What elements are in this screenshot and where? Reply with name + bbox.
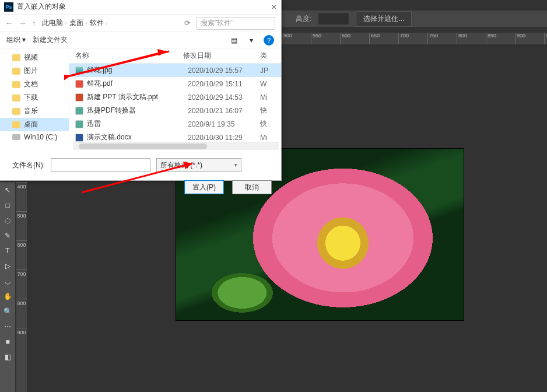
filename-label: 文件名(N): xyxy=(6,160,45,170)
back-button[interactable]: ← xyxy=(5,19,13,27)
header-type[interactable]: 类 xyxy=(260,51,275,61)
file-name: 迅雷 xyxy=(87,119,188,129)
tree-item-label: 视频 xyxy=(24,52,38,62)
drive-icon xyxy=(12,134,20,140)
file-row[interactable]: 演示文稿.docx2020/10/30 11:29Mi xyxy=(69,131,281,142)
file-name: 鲜花.jpg xyxy=(87,65,188,75)
view-mode-icon[interactable]: ▤ xyxy=(229,35,239,46)
file-row[interactable]: 迅捷PDF转换器2020/10/21 16:07快 xyxy=(69,104,281,117)
close-icon[interactable]: × xyxy=(272,2,276,12)
tree-item[interactable]: 视频 xyxy=(0,51,69,64)
search-placeholder: 搜索"软件" xyxy=(201,18,234,28)
ruler-tick: 600 xyxy=(340,33,369,44)
folder-tree[interactable]: 视频图片文档下载音乐桌面Win10 (C:)软件 (D:)Win7 (E:) xyxy=(0,48,69,142)
file-list-area: 名称 修改日期 类 鲜花.jpg2020/10/29 15:57JP鲜花.pdf… xyxy=(69,48,281,142)
file-list-header[interactable]: 名称 修改日期 类 xyxy=(69,48,281,64)
vruler-tick: 600 xyxy=(16,240,27,270)
file-name: 迅捷PDF转换器 xyxy=(87,106,188,116)
tree-item[interactable]: 文档 xyxy=(0,78,69,91)
help-icon[interactable]: ? xyxy=(264,35,274,46)
tool-icon[interactable]: 🔍 xyxy=(2,306,13,317)
tool-icon[interactable]: ✋ xyxy=(2,290,13,302)
breadcrumb[interactable]: 此电脑›桌面›软件› xyxy=(42,18,179,28)
file-name: 演示文稿.docx xyxy=(87,132,188,142)
tool-icon[interactable]: ▷ xyxy=(2,260,13,272)
filetype-text: 所有格式 (*.*) xyxy=(160,160,202,170)
folder-icon xyxy=(12,68,20,75)
ruler-tick: 500 xyxy=(282,33,311,44)
file-row[interactable]: 新建 PPT 演示文稿.ppt2020/10/29 14:53Mi xyxy=(69,90,281,104)
filename-input[interactable] xyxy=(51,158,150,172)
forward-button[interactable]: → xyxy=(19,19,26,27)
folder-icon xyxy=(12,108,20,115)
up-button[interactable]: ↑ xyxy=(32,19,36,27)
scrollbar-thumb[interactable] xyxy=(79,144,207,149)
file-icon xyxy=(75,107,83,115)
header-name[interactable]: 名称 xyxy=(75,51,183,61)
breadcrumb-item[interactable]: 此电脑 xyxy=(42,18,63,28)
file-name: 新建 PPT 演示文稿.ppt xyxy=(87,92,188,102)
tree-item[interactable]: Win10 (C:) xyxy=(0,131,69,142)
tree-item[interactable]: 音乐 xyxy=(0,104,69,118)
tool-icon[interactable]: ◧ xyxy=(2,351,13,363)
ruler-tick: 700 xyxy=(398,33,427,44)
new-folder-button[interactable]: 新建文件夹 xyxy=(33,35,68,45)
ruler-tick: 950 xyxy=(544,33,547,44)
file-row[interactable]: 鲜花.pdf2020/10/29 15:11W xyxy=(69,77,281,90)
breadcrumb-item[interactable]: 软件 xyxy=(90,18,104,28)
vruler-tick: 900 xyxy=(16,328,27,357)
cancel-button[interactable]: 取消 xyxy=(232,180,272,194)
filetype-select[interactable]: 所有格式 (*.*) ▾ xyxy=(156,158,241,172)
dialog-body: 视频图片文档下载音乐桌面Win10 (C:)软件 (D:)Win7 (E:) 名… xyxy=(0,48,281,142)
folder-icon xyxy=(12,121,20,128)
file-icon xyxy=(75,93,83,102)
file-date: 2020/9/1 19:35 xyxy=(188,120,260,128)
file-date: 2020/10/29 15:57 xyxy=(188,66,260,75)
file-type: Mi xyxy=(260,134,275,142)
ruler-tick: 650 xyxy=(369,33,398,44)
tree-item-label: Win10 (C:) xyxy=(24,133,57,141)
tree-item[interactable]: 下载 xyxy=(0,91,69,104)
height-field[interactable] xyxy=(318,13,349,24)
tool-icon[interactable]: ✎ xyxy=(2,230,13,242)
tool-icon[interactable]: ⋯ xyxy=(2,321,13,332)
horizontal-ruler: 5005506006507007508008509009501000105011… xyxy=(282,33,547,44)
folder-icon xyxy=(12,54,20,61)
vruler-tick: 500 xyxy=(16,211,27,240)
view-dropdown-icon[interactable]: ▾ xyxy=(246,35,257,46)
horizontal-scrollbar[interactable] xyxy=(73,142,279,150)
search-input[interactable]: 搜索"软件" xyxy=(197,17,275,30)
select-and-mask-button[interactable]: 选择并遮住... xyxy=(356,11,412,27)
place-button[interactable]: 置入(P) xyxy=(184,180,224,194)
dialog-titlebar[interactable]: Ps 置入嵌入的对象 × xyxy=(0,0,281,15)
file-type: Mi xyxy=(260,93,275,102)
tree-item[interactable]: 桌面 xyxy=(0,118,69,131)
tool-icon[interactable]: ◡ xyxy=(2,275,13,287)
tree-item[interactable]: 图片 xyxy=(0,64,69,78)
file-type: 快 xyxy=(260,106,275,116)
file-icon xyxy=(75,80,83,88)
file-type: 快 xyxy=(260,119,275,129)
ruler-tick: 800 xyxy=(457,33,486,44)
breadcrumb-item[interactable]: 桌面 xyxy=(69,18,83,28)
folder-icon xyxy=(12,81,20,88)
organize-menu[interactable]: 组织 ▾ xyxy=(6,35,26,45)
ruler-tick: 900 xyxy=(515,33,544,44)
ruler-tick: 750 xyxy=(427,33,457,44)
file-icon xyxy=(75,120,83,128)
tool-icon[interactable]: □ xyxy=(2,200,13,211)
dialog-toolbar: 组织 ▾ 新建文件夹 ▤ ▾ ? xyxy=(0,32,281,48)
tool-icon[interactable]: ■ xyxy=(2,336,13,348)
tool-icon[interactable]: T xyxy=(2,245,13,257)
header-date[interactable]: 修改日期 xyxy=(183,51,260,61)
ruler-tick: 550 xyxy=(311,33,340,44)
file-row[interactable]: 鲜花.jpg2020/10/29 15:57JP xyxy=(69,64,281,77)
file-name: 鲜花.pdf xyxy=(87,79,188,89)
tree-item-label: 图片 xyxy=(24,66,38,76)
folder-icon xyxy=(12,94,20,102)
file-row[interactable]: 迅雷2020/9/1 19:35快 xyxy=(69,117,281,131)
tree-item-label: 下载 xyxy=(24,93,38,103)
breadcrumb-sep: › xyxy=(86,20,87,26)
refresh-button[interactable]: ⟳ xyxy=(184,19,191,27)
tool-icon[interactable]: ◌ xyxy=(2,215,13,226)
